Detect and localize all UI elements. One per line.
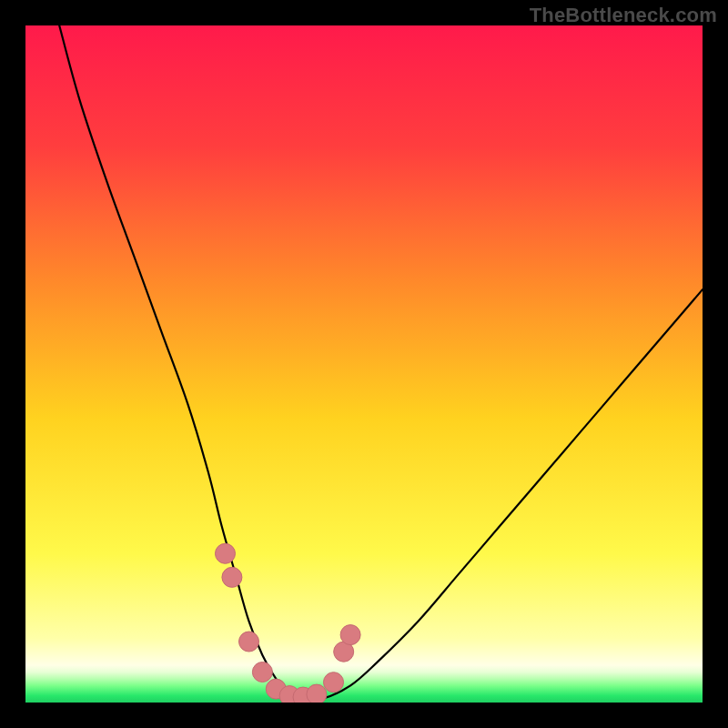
marker-point bbox=[222, 567, 242, 587]
gradient-background bbox=[25, 25, 703, 703]
chart-frame: TheBottleneck.com bbox=[0, 0, 728, 728]
plot-area bbox=[25, 25, 703, 703]
marker-point bbox=[340, 625, 360, 645]
marker-point bbox=[324, 672, 344, 693]
watermark-text: TheBottleneck.com bbox=[530, 4, 717, 27]
marker-point bbox=[307, 684, 327, 703]
marker-point bbox=[239, 632, 259, 652]
marker-point bbox=[215, 543, 235, 563]
marker-point bbox=[252, 662, 272, 682]
chart-svg bbox=[25, 25, 703, 703]
